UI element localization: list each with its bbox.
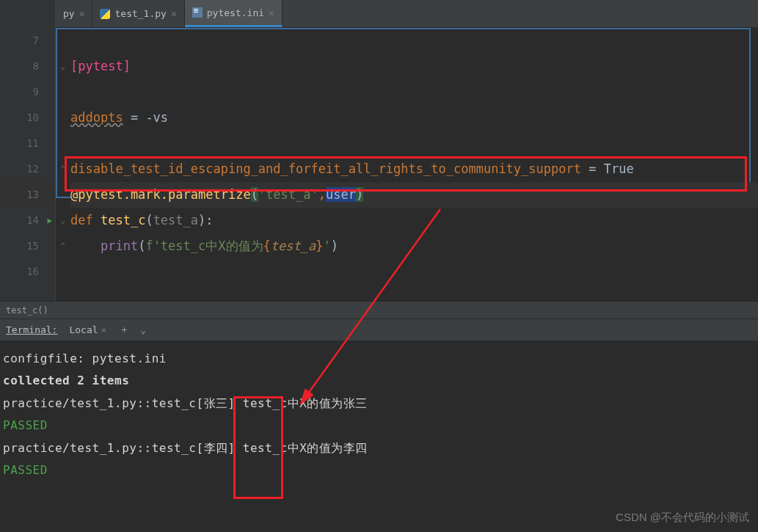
editor[interactable]: py × test_1.py × pytest.ini × ⌄[pytest] … — [56, 0, 758, 301]
terminal-header: Terminal: Local × + ⌄ — [0, 318, 758, 340]
terminal-passed: PASSED — [3, 415, 755, 437]
code-line-13: @pytest.mark.parametrize('test_a',user) — [70, 182, 758, 208]
line-number: 13 — [0, 182, 55, 208]
code-line-12: ⌃disable_test_id_escaping_and_forfeit_al… — [70, 156, 758, 182]
editor-tabs: py × test_1.py × pytest.ini × — [56, 0, 758, 28]
code-line-11 — [70, 131, 758, 156]
line-number: 15 — [0, 233, 55, 259]
line-number: 10 — [0, 105, 55, 131]
line-number: 11 — [0, 131, 55, 156]
line-number: 7 — [0, 28, 55, 54]
terminal-line: collected 2 items — [3, 370, 755, 392]
close-icon[interactable]: × — [101, 324, 107, 335]
terminal-line: configfile: pytest.ini — [3, 348, 755, 370]
line-number: 8 — [0, 54, 55, 79]
python-icon — [100, 9, 110, 19]
terminal-line: practice/test_1.py::test_c[张三] test_c中X的… — [3, 393, 755, 415]
code-line-15: ⌃ print(f'test_c中X的值为{test_a}') — [70, 233, 758, 259]
terminal-line: practice/test_1.py::test_c[李四] test_c中X的… — [3, 437, 755, 459]
tab-label: py — [63, 8, 75, 19]
close-icon[interactable]: × — [269, 7, 274, 18]
code-area[interactable]: ⌄[pytest] addopts = -vs ⌃disable_test_id… — [56, 28, 758, 285]
line-number: 16 — [0, 259, 55, 285]
line-gutter: 7 8 9 10 11 12 13 14 15 16 — [0, 0, 56, 301]
code-line-7 — [70, 28, 758, 54]
add-terminal-button[interactable]: + — [118, 324, 130, 335]
tab-label: pytest.ini — [207, 7, 264, 18]
line-number: 9 — [0, 79, 55, 105]
tab-pytest-ini[interactable]: pytest.ini × — [185, 0, 283, 27]
terminal-dropdown-icon[interactable]: ⌄ — [137, 324, 149, 335]
ini-icon — [192, 7, 203, 18]
tab-py[interactable]: py × — [56, 0, 92, 27]
code-line-14: ⌄def test_c(test_a): — [70, 208, 758, 233]
close-icon[interactable]: × — [79, 8, 85, 19]
code-line-16 — [70, 259, 758, 285]
terminal-tab-label: Local — [69, 324, 98, 335]
breadcrumb[interactable]: test_c() — [0, 301, 758, 318]
close-icon[interactable]: × — [171, 8, 177, 19]
terminal-tab-local[interactable]: Local × — [65, 322, 111, 338]
code-line-8: ⌄[pytest] — [70, 54, 758, 79]
tab-label: test_1.py — [114, 8, 166, 19]
terminal-title: Terminal: — [6, 324, 57, 335]
code-line-10: addopts = -vs — [70, 105, 758, 131]
line-number: 12 — [0, 156, 55, 182]
terminal-passed: PASSED — [3, 459, 755, 481]
terminal-output[interactable]: configfile: pytest.ini collected 2 items… — [0, 340, 758, 489]
watermark: CSDN @不会代码的小测试 — [616, 511, 749, 525]
line-number-runnable[interactable]: 14 — [0, 208, 55, 233]
tab-test1[interactable]: test_1.py × — [92, 0, 184, 27]
code-line-9 — [70, 79, 758, 105]
